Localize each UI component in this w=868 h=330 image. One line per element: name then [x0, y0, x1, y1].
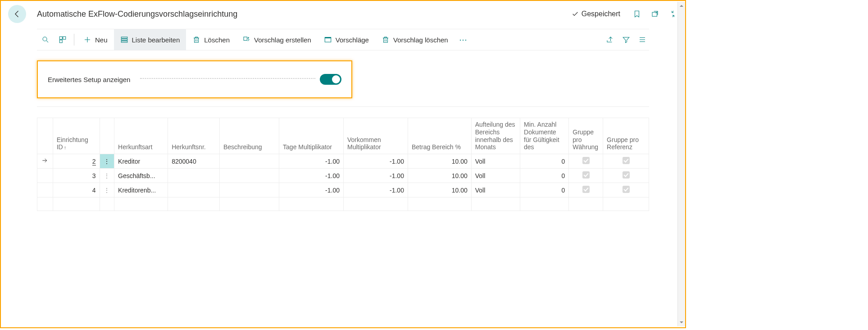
cell-source-type[interactable]: Geschäftsb...	[114, 169, 168, 183]
svg-rect-5	[121, 37, 127, 38]
row-selector[interactable]	[37, 169, 53, 183]
cell-division-month[interactable]: Voll	[471, 169, 520, 183]
svg-rect-3	[63, 37, 66, 39]
more-actions-button[interactable]: ⋯	[454, 29, 473, 50]
row-actions-button[interactable]: ⋮	[100, 183, 114, 197]
delete-button[interactable]: Löschen	[186, 29, 236, 50]
cell-days-mult[interactable]: -1.00	[279, 183, 344, 197]
cell-amount-pct[interactable]: 10.00	[408, 169, 471, 183]
col-header-division-month[interactable]: Aufteilung des Bereichs innerhalb des Mo…	[471, 118, 520, 154]
cell-id[interactable]: 4	[53, 183, 100, 197]
cell-group-currency[interactable]	[569, 154, 603, 169]
cell-source-no[interactable]	[168, 183, 220, 197]
svg-rect-9	[244, 37, 247, 41]
cell-occ-mult[interactable]: -1.00	[344, 169, 408, 183]
cell-source-type[interactable]: Kreditor	[114, 154, 168, 169]
svg-point-1	[43, 37, 47, 41]
delete-button-label: Löschen	[204, 36, 230, 44]
col-header-amount-pct[interactable]: Betrag Bereich %	[408, 118, 471, 154]
delete-proposal-button-label: Vorschlag löschen	[393, 36, 448, 44]
toolbar: Neu Liste bearbeiten Löschen Vorschlag e…	[37, 29, 649, 50]
filter-icon[interactable]	[622, 36, 630, 44]
grid-header-row: Einrichtung ID↑ Herkunftsart Herkunftsnr…	[37, 118, 649, 154]
cell-group-reference[interactable]	[603, 183, 649, 197]
cell-amount-pct[interactable]: 10.00	[408, 154, 471, 169]
cell-description[interactable]	[219, 183, 279, 197]
setup-grid: Einrichtung ID↑ Herkunftsart Herkunftsnr…	[37, 118, 649, 211]
delete-proposal-button[interactable]: Vorschlag löschen	[375, 29, 454, 50]
create-proposal-button[interactable]: Vorschlag erstellen	[236, 29, 318, 50]
col-header-days-mult[interactable]: Tage Multiplikator	[279, 118, 344, 154]
svg-rect-13	[383, 38, 387, 42]
cell-description[interactable]	[219, 169, 279, 183]
collapse-icon[interactable]	[669, 10, 677, 18]
cell-group-currency[interactable]	[569, 183, 603, 197]
cell-min-docs[interactable]: 0	[520, 154, 569, 169]
svg-rect-12	[325, 37, 331, 38]
cell-days-mult[interactable]: -1.00	[279, 154, 344, 169]
col-header-description[interactable]: Beschreibung	[219, 118, 279, 154]
scroll-up-icon[interactable]	[679, 4, 684, 8]
layout-button[interactable]	[54, 29, 71, 50]
svg-rect-8	[195, 38, 199, 42]
svg-rect-6	[121, 39, 127, 41]
cell-occ-mult[interactable]: -1.00	[344, 154, 408, 169]
row-selector[interactable]	[37, 154, 53, 169]
row-actions-button[interactable]: ⋮	[100, 169, 114, 183]
create-proposal-button-label: Vorschlag erstellen	[254, 36, 311, 44]
cell-source-no[interactable]	[168, 169, 220, 183]
svg-point-10	[248, 37, 249, 38]
cell-amount-pct[interactable]: 10.00	[408, 183, 471, 197]
saved-status-label: Gespeichert	[582, 10, 620, 18]
row-selector[interactable]	[37, 183, 53, 197]
saved-status: Gespeichert	[572, 10, 620, 18]
table-row[interactable]: 3 ⋮ Geschäftsb... -1.00 -1.00 10.00 Voll…	[37, 169, 649, 183]
advanced-setup-panel: Erweitertes Setup anzeigen	[37, 60, 352, 98]
page-title: Automatische ExFlow-Codierungsvorschlags…	[37, 9, 237, 19]
search-button[interactable]	[37, 29, 54, 50]
new-button[interactable]: Neu	[77, 29, 114, 50]
new-button-label: Neu	[95, 36, 108, 44]
proposals-button[interactable]: Vorschläge	[318, 29, 375, 50]
table-row-empty[interactable]	[37, 197, 649, 211]
vertical-scrollbar[interactable]	[677, 2, 685, 326]
cell-source-type[interactable]: Kreditorenb...	[114, 183, 168, 197]
new-window-icon[interactable]	[651, 10, 659, 18]
svg-rect-4	[59, 40, 62, 43]
cell-division-month[interactable]: Voll	[471, 154, 520, 169]
cell-min-docs[interactable]: 0	[520, 183, 569, 197]
cell-min-docs[interactable]: 0	[520, 169, 569, 183]
col-header-occ-mult[interactable]: Vorkommen Multiplikator	[344, 118, 408, 154]
col-header-source-no[interactable]: Herkunftsnr.	[168, 118, 220, 154]
bookmark-icon[interactable]	[633, 10, 641, 18]
col-header-id[interactable]: Einrichtung ID↑	[53, 118, 100, 154]
svg-rect-7	[121, 41, 127, 42]
edit-list-button[interactable]: Liste bearbeiten	[114, 29, 186, 50]
edit-list-button-label: Liste bearbeiten	[132, 36, 180, 44]
proposals-button-label: Vorschläge	[336, 36, 369, 44]
share-icon[interactable]	[606, 36, 614, 44]
cell-source-no[interactable]: 8200040	[168, 154, 220, 169]
col-header-group-reference[interactable]: Gruppe pro Referenz	[603, 118, 649, 154]
advanced-setup-toggle[interactable]	[320, 74, 341, 85]
svg-rect-2	[59, 37, 62, 39]
col-header-source-type[interactable]: Herkunftsart	[114, 118, 168, 154]
cell-days-mult[interactable]: -1.00	[279, 169, 344, 183]
cell-group-reference[interactable]	[603, 154, 649, 169]
cell-description[interactable]	[219, 154, 279, 169]
col-header-group-currency[interactable]: Gruppe pro Währung	[569, 118, 603, 154]
cell-division-month[interactable]: Voll	[471, 183, 520, 197]
back-button[interactable]	[8, 5, 26, 23]
cell-id[interactable]: 2	[53, 154, 100, 169]
list-view-icon[interactable]	[638, 36, 646, 44]
cell-occ-mult[interactable]: -1.00	[344, 183, 408, 197]
row-actions-button[interactable]: ⋮	[100, 154, 114, 169]
table-row[interactable]: 2 ⋮ Kreditor 8200040 -1.00 -1.00 10.00 V…	[37, 154, 649, 169]
cell-id[interactable]: 3	[53, 169, 100, 183]
cell-group-currency[interactable]	[569, 169, 603, 183]
table-row[interactable]: 4 ⋮ Kreditorenb... -1.00 -1.00 10.00 Vol…	[37, 183, 649, 197]
cell-group-reference[interactable]	[603, 169, 649, 183]
advanced-setup-label: Erweitertes Setup anzeigen	[48, 76, 130, 83]
col-header-min-docs[interactable]: Min. Anzahl Dokumente für Gültigkeit des	[520, 118, 569, 154]
scroll-down-icon[interactable]	[679, 320, 684, 325]
